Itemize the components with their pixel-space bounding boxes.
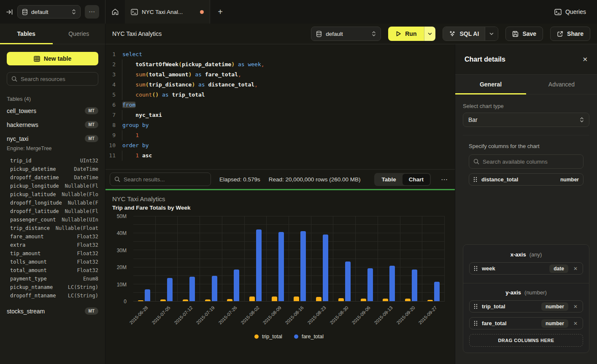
chart-bar-trip_total[interactable] bbox=[338, 298, 344, 301]
database-selector[interactable]: default bbox=[17, 5, 81, 19]
results-more-button[interactable]: ⋯ bbox=[439, 175, 450, 183]
view-toggle-table[interactable]: Table bbox=[375, 174, 402, 185]
column-name: extra bbox=[10, 241, 25, 249]
available-column-chip[interactable]: distance_totalnumber bbox=[469, 173, 583, 186]
chart-bar-trip_total[interactable] bbox=[227, 299, 232, 301]
legend-label: trip_total bbox=[262, 334, 282, 340]
app-window: default ⋯ NYC Taxi Anal... + Queries bbox=[0, 0, 597, 364]
column-name: payment_type bbox=[10, 275, 47, 283]
chart-bar-fare_total[interactable] bbox=[278, 232, 284, 301]
chart-bar-trip_total[interactable] bbox=[138, 300, 143, 301]
new-table-button[interactable]: New table bbox=[7, 52, 98, 65]
sidebar-collapse-button[interactable] bbox=[6, 8, 13, 16]
sql-editor[interactable]: 1select2 toStartOfWeek(pickup_datetime) … bbox=[105, 44, 455, 169]
table-item[interactable]: nyc_taxiMT bbox=[0, 132, 105, 146]
legend-item-trip_total[interactable]: trip_total bbox=[254, 334, 282, 340]
chart-bar-trip_total[interactable] bbox=[272, 297, 277, 301]
tab-advanced[interactable]: Advanced bbox=[526, 75, 597, 94]
sql-ai-button[interactable]: SQL AI bbox=[443, 27, 485, 40]
chart-bar-trip_total[interactable] bbox=[361, 299, 366, 301]
chart-bar-fare_total[interactable] bbox=[300, 231, 306, 301]
tab-general[interactable]: General bbox=[455, 75, 526, 94]
tables-section-label: Tables (4) bbox=[7, 96, 98, 102]
chart-bar-fare_total[interactable] bbox=[367, 268, 373, 301]
code-text: 1 asc bbox=[116, 151, 152, 161]
chart-bar-fare_total[interactable] bbox=[412, 270, 417, 301]
legend-item-fare_total[interactable]: fare_total bbox=[294, 334, 324, 340]
sidebar-tab-tables[interactable]: Tables bbox=[0, 24, 53, 44]
terminal-icon bbox=[131, 9, 138, 15]
chart-category-cell bbox=[356, 216, 378, 301]
column-name: trip_id bbox=[10, 156, 32, 165]
run-button[interactable]: Run bbox=[388, 27, 424, 41]
chart-type-label: Select chart type bbox=[463, 103, 589, 109]
code-text: group by bbox=[116, 120, 149, 130]
x-axis-column-chip[interactable]: weekdate✕ bbox=[469, 262, 583, 275]
chart-bar-fare_total[interactable] bbox=[434, 282, 440, 301]
columns-search-input[interactable] bbox=[483, 159, 579, 165]
workspace-more-button[interactable]: ⋯ bbox=[85, 5, 99, 19]
chart-bar-fare_total[interactable] bbox=[189, 277, 195, 301]
chart-bar-fare_total[interactable] bbox=[145, 289, 150, 301]
toolbar-database-selector[interactable]: default bbox=[311, 27, 381, 41]
sql-ai-options-button[interactable] bbox=[485, 27, 498, 40]
query-tab[interactable]: NYC Taxi Anal... bbox=[125, 0, 210, 24]
close-icon[interactable]: ✕ bbox=[582, 56, 588, 63]
view-toggle-chart[interactable]: Chart bbox=[403, 174, 430, 185]
resource-search-input[interactable] bbox=[21, 76, 94, 82]
query-toolbar-actions: default Run bbox=[311, 27, 590, 41]
run-options-button[interactable] bbox=[424, 27, 435, 41]
table-item[interactable]: cell_towersMT bbox=[0, 104, 105, 118]
chart-title: NYC Taxi Analytics bbox=[112, 195, 445, 202]
chart-bar-fare_total[interactable] bbox=[323, 235, 328, 301]
divider bbox=[463, 135, 589, 135]
sidebar-tab-queries[interactable]: Queries bbox=[53, 24, 105, 44]
chart-bar-trip_total[interactable] bbox=[294, 297, 299, 301]
new-tab-button[interactable]: + bbox=[210, 0, 230, 24]
save-button[interactable]: Save bbox=[505, 27, 543, 41]
queries-link[interactable]: Queries bbox=[554, 0, 597, 24]
chart-bar-trip_total[interactable] bbox=[427, 300, 433, 301]
y-axis-column-chip[interactable]: trip_totalnumber✕ bbox=[469, 300, 583, 313]
chart-type-select[interactable]: Bar bbox=[463, 113, 589, 127]
chart-subtitle: Trip and Fare Totals by Week bbox=[112, 205, 445, 211]
chart-bar-fare_total[interactable] bbox=[167, 278, 173, 301]
chart-bar-fare_total[interactable] bbox=[256, 229, 262, 301]
query-toolbar: NYC Taxi Analytics default Run bbox=[105, 24, 597, 44]
y-axis-list: trip_totalnumber✕fare_totalnumber✕ bbox=[469, 300, 583, 329]
chart-bar-trip_total[interactable] bbox=[205, 299, 211, 301]
chart-bar-trip_total[interactable] bbox=[405, 299, 411, 301]
search-icon bbox=[114, 176, 120, 182]
chart-bar-fare_total[interactable] bbox=[234, 270, 239, 301]
chart-bar-trip_total[interactable] bbox=[383, 299, 388, 301]
chart-category-cell bbox=[267, 216, 289, 301]
chevron-updown-icon bbox=[72, 9, 76, 15]
chart-bar-trip_total[interactable] bbox=[316, 297, 321, 301]
chart-bar-fare_total[interactable] bbox=[345, 262, 351, 301]
chart-category-cell bbox=[400, 216, 423, 301]
chart-bar-trip_total[interactable] bbox=[249, 297, 255, 301]
column-row: passenger_countNullable(UIn bbox=[10, 216, 98, 224]
axis-mapping-card: x-axis(any) weekdate✕ y-axis(number) tri… bbox=[463, 244, 589, 353]
share-button[interactable]: Share bbox=[550, 27, 590, 41]
column-name: passenger_count bbox=[10, 216, 56, 224]
available-columns-list: distance_totalnumber bbox=[469, 173, 583, 186]
y-axis-column-chip[interactable]: fare_totalnumber✕ bbox=[469, 317, 583, 329]
table-item[interactable]: hackernewsMT bbox=[0, 118, 105, 132]
results-search-input[interactable] bbox=[124, 176, 206, 183]
x-tick-label: 2015-09-20 bbox=[395, 305, 416, 325]
code-text: sum(trip_distance) as distance_total, bbox=[116, 80, 258, 90]
chart-bar-trip_total[interactable] bbox=[183, 299, 188, 301]
drag-columns-dropzone[interactable]: DRAG COLUMNS HERE bbox=[469, 334, 583, 347]
chart-bar-fare_total[interactable] bbox=[389, 266, 395, 301]
remove-column-icon[interactable]: ✕ bbox=[573, 321, 578, 326]
remove-column-icon[interactable]: ✕ bbox=[573, 266, 578, 272]
remove-column-icon[interactable]: ✕ bbox=[573, 304, 578, 310]
table-item[interactable]: stocks_streamMT bbox=[0, 304, 105, 318]
chart-bar-trip_total[interactable] bbox=[160, 299, 166, 301]
column-name: pickup_datetime bbox=[10, 165, 56, 173]
column-row: dropoff_latitudeNullable(Fl bbox=[10, 207, 98, 216]
chart-bar-fare_total[interactable] bbox=[212, 276, 217, 301]
chip-column-name: distance_total bbox=[481, 176, 556, 183]
home-button[interactable] bbox=[105, 0, 125, 24]
